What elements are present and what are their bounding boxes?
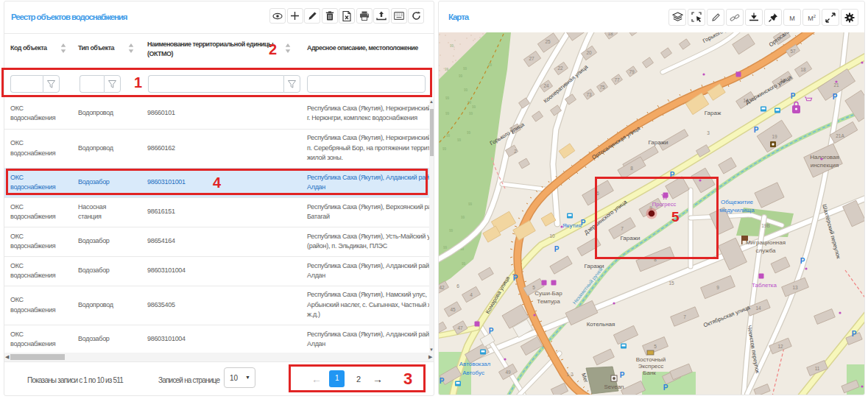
svg-text:99: 99: [462, 262, 466, 266]
svg-text:P: P: [489, 327, 494, 335]
svg-text:75: 75: [599, 85, 605, 90]
svg-text:13: 13: [792, 285, 798, 290]
svg-text:57: 57: [790, 49, 796, 54]
svg-text:15: 15: [668, 280, 674, 286]
svg-text:Котельная: Котельная: [587, 321, 615, 328]
svg-text:77: 77: [614, 77, 620, 82]
svg-text:21А: 21А: [836, 133, 844, 138]
svg-text:3: 3: [707, 130, 710, 135]
svg-text:P: P: [440, 377, 445, 385]
svg-text:медучилища: медучилища: [719, 207, 755, 213]
svg-text:P: P: [800, 257, 805, 265]
svg-text:99: 99: [450, 44, 454, 48]
svg-text:99: 99: [468, 202, 473, 206]
svg-text:8: 8: [630, 166, 633, 171]
svg-text:20: 20: [586, 50, 592, 55]
svg-text:99: 99: [443, 246, 448, 250]
svg-text:P: P: [852, 330, 857, 338]
svg-text:P: P: [620, 371, 625, 379]
svg-text:99: 99: [459, 74, 463, 78]
svg-text:Экспресс: Экспресс: [638, 363, 664, 370]
svg-text:Налоговая: Налоговая: [810, 154, 839, 160]
svg-text:19В: 19В: [761, 223, 770, 228]
svg-text:Таблетка: Таблетка: [752, 282, 777, 289]
svg-text:99: 99: [488, 63, 493, 67]
svg-text:99: 99: [446, 134, 451, 138]
svg-text:Суши-Бар: Суши-Бар: [534, 290, 562, 297]
svg-text:99: 99: [445, 112, 450, 116]
svg-text:25: 25: [545, 39, 551, 44]
svg-text:1·2: 1·2: [566, 372, 574, 377]
svg-text:42: 42: [439, 285, 445, 290]
svg-text:6: 6: [456, 283, 459, 289]
svg-text:27: 27: [529, 56, 534, 61]
svg-text:P: P: [791, 92, 796, 100]
svg-text:Миграционная: Миграционная: [746, 239, 786, 246]
svg-text:99: 99: [445, 96, 450, 100]
svg-text:Банк: Банк: [643, 370, 656, 376]
svg-text:P: P: [581, 219, 586, 227]
svg-text:10: 10: [549, 233, 555, 239]
svg-text:47: 47: [457, 325, 463, 331]
svg-text:18: 18: [607, 32, 613, 36]
svg-text:14: 14: [755, 306, 761, 311]
svg-text:18: 18: [800, 67, 806, 72]
svg-text:79: 79: [629, 69, 635, 74]
svg-text:P: P: [754, 126, 759, 134]
svg-text:11: 11: [815, 366, 820, 371]
svg-text:7: 7: [683, 314, 686, 319]
svg-text:99: 99: [469, 112, 473, 116]
svg-text:49: 49: [505, 370, 511, 375]
svg-text:M: M: [789, 14, 795, 21]
svg-text:99: 99: [457, 138, 462, 142]
svg-text:24: 24: [543, 83, 549, 88]
svg-text:99: 99: [464, 88, 468, 92]
svg-text:99: 99: [463, 67, 467, 71]
svg-text:Sevean: Sevean: [604, 384, 624, 390]
svg-text:99: 99: [445, 68, 449, 71]
svg-text:M: M: [808, 14, 814, 21]
svg-text:5: 5: [654, 344, 657, 349]
svg-text:73: 73: [586, 92, 592, 97]
svg-text:2: 2: [514, 149, 517, 154]
svg-text:99: 99: [442, 147, 447, 151]
svg-text:4: 4: [470, 292, 473, 297]
svg-text:99: 99: [472, 105, 476, 109]
svg-text:Гараж: Гараж: [705, 110, 721, 116]
svg-text:19: 19: [772, 134, 777, 139]
svg-text:P: P: [554, 245, 560, 253]
svg-text:5: 5: [532, 285, 535, 290]
svg-text:2: 2: [814, 13, 816, 18]
svg-text:Гаражи: Гаражи: [584, 263, 604, 269]
svg-text:Автовокзал: Автовокзал: [459, 361, 491, 367]
svg-text:Общежитие: Общежитие: [721, 199, 754, 205]
svg-text:служба: служба: [755, 247, 776, 254]
svg-text:Темпура: Темпура: [537, 298, 560, 305]
svg-text:Якутия: Якутия: [562, 222, 582, 229]
svg-text:12: 12: [777, 344, 783, 349]
svg-text:99: 99: [449, 229, 454, 233]
svg-text:инспекция: инспекция: [811, 162, 839, 169]
svg-text:P: P: [663, 384, 668, 392]
svg-text:P: P: [513, 274, 518, 282]
svg-text:Восточный: Восточный: [636, 356, 666, 363]
svg-text:P: P: [833, 93, 838, 101]
svg-text:45: 45: [450, 307, 456, 312]
svg-text:99: 99: [467, 131, 471, 135]
svg-text:Автобус: Автобус: [462, 370, 484, 376]
svg-text:Гаражи: Гаражи: [648, 139, 668, 146]
svg-text:9: 9: [716, 285, 719, 290]
svg-text:22: 22: [557, 66, 563, 71]
svg-text:99: 99: [461, 216, 465, 219]
